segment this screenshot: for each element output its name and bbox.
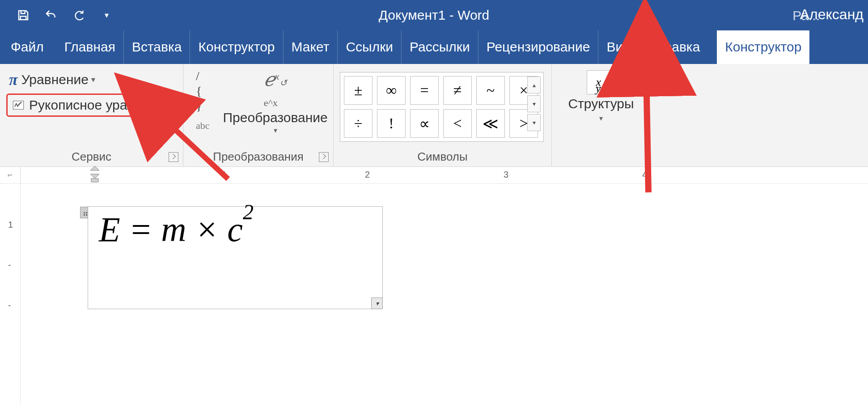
- qat-customize-icon[interactable]: ▾: [98, 7, 114, 23]
- svg-marker-2: [90, 174, 99, 179]
- symbol-propto[interactable]: ∝: [410, 109, 439, 138]
- ink-equation-button[interactable]: Рукописное уравнение: [6, 94, 183, 117]
- symbol-infinity[interactable]: ∞: [377, 76, 406, 105]
- group-structures: xy Структуры ▾: [552, 64, 650, 166]
- convert-icon: ℯx↺ e^x: [264, 68, 287, 110]
- vruler-mark: 1: [8, 220, 13, 230]
- text-format-button[interactable]: abc: [196, 120, 210, 132]
- equation-gallery-label: Уравнение: [21, 72, 89, 87]
- svg-marker-1: [90, 166, 99, 170]
- window-title: Документ1 - Word: [0, 8, 868, 23]
- tab-insert[interactable]: Вставка: [124, 30, 191, 64]
- equation-content-control[interactable]: E = m × c2 ▾: [88, 206, 383, 309]
- tab-review[interactable]: Рецензирование: [478, 30, 599, 64]
- structures-label: Структуры: [568, 96, 634, 111]
- ruler-mark: 3: [504, 170, 508, 180]
- symbol-tilde[interactable]: ~: [476, 76, 505, 105]
- symbol-much-less[interactable]: ≪: [476, 109, 505, 138]
- group-conversion: / { } abc ℯx↺ e^x Преобразование ▾ Преоб…: [183, 64, 334, 166]
- ink-equation-label: Рукописное уравнение: [29, 98, 172, 113]
- tab-references[interactable]: Ссылки: [338, 30, 402, 64]
- vertical-ruler[interactable]: 1 - -: [0, 184, 21, 404]
- group-symbols: ± ∞ = ≠ ~ × ÷ ! ∝ < ≪ > ▴ ▾ ▾ Символы: [334, 64, 552, 166]
- group-service-label: Сервис: [0, 150, 183, 164]
- equation-gallery-button[interactable]: π Уравнение ▾: [6, 68, 177, 91]
- group-conversion-label: Преобразования: [183, 150, 333, 164]
- tab-file[interactable]: Файл: [0, 30, 56, 64]
- redo-icon[interactable]: [71, 7, 87, 23]
- save-icon[interactable]: [15, 7, 31, 23]
- symbol-plus-minus[interactable]: ±: [344, 76, 373, 105]
- undo-icon[interactable]: [43, 7, 59, 23]
- account-username[interactable]: Александ: [800, 6, 864, 23]
- title-bar: ▾ Документ1 - Word Ра... Александ: [0, 0, 868, 30]
- chevron-down-icon: ▾: [274, 126, 277, 135]
- tab-layout[interactable]: Макет: [284, 30, 338, 64]
- symbol-divide[interactable]: ÷: [344, 109, 373, 138]
- ruler-corner[interactable]: ⌐: [0, 167, 21, 183]
- document-area: 1 - - E = m × c2 ▾: [0, 184, 868, 404]
- group-service: π Уравнение ▾ Рукописное уравнение Серви…: [0, 64, 183, 166]
- pi-icon: π: [9, 70, 18, 89]
- svg-rect-3: [91, 179, 98, 182]
- ruler-mark: 2: [365, 170, 370, 180]
- vruler-mark: -: [8, 300, 11, 310]
- group-conversion-launcher[interactable]: [319, 152, 329, 162]
- fraction-icon: xy: [587, 70, 615, 94]
- chevron-down-icon: ▾: [599, 114, 603, 123]
- horizontal-ruler-area: ⌐ 1 2 3 4: [0, 167, 868, 184]
- linear-format-button[interactable]: /: [196, 68, 199, 84]
- latex-format-button[interactable]: { }: [196, 84, 210, 114]
- symbol-not-equal[interactable]: ≠: [443, 76, 472, 105]
- symbol-equals[interactable]: =: [410, 76, 439, 105]
- equation-text[interactable]: E = m × c2: [99, 209, 254, 309]
- group-service-launcher[interactable]: [169, 152, 178, 162]
- group-symbols-label: Символы: [334, 150, 551, 164]
- symbol-gallery: ± ∞ = ≠ ~ × ÷ ! ∝ < ≪ >: [340, 72, 544, 142]
- symbol-gallery-more[interactable]: ▾: [527, 114, 541, 131]
- tab-help[interactable]: Справка: [639, 30, 708, 64]
- tab-mailings[interactable]: Рассылки: [402, 30, 478, 64]
- symbol-factorial[interactable]: !: [377, 109, 406, 138]
- vruler-mark: -: [8, 260, 11, 270]
- quick-access-toolbar: ▾: [0, 7, 114, 23]
- tab-view[interactable]: Вид: [598, 30, 639, 64]
- page[interactable]: E = m × c2 ▾: [21, 184, 383, 404]
- tab-home[interactable]: Главная: [56, 30, 124, 64]
- equation-options-button[interactable]: ▾: [371, 298, 383, 309]
- equation-move-handle[interactable]: [80, 207, 88, 218]
- ribbon-tabs: Файл Главная Вставка Конструктор Макет С…: [0, 30, 868, 64]
- indent-marker-icon[interactable]: [89, 166, 101, 183]
- convert-button-label: Преобразование: [223, 110, 328, 125]
- ribbon: π Уравнение ▾ Рукописное уравнение Серви…: [0, 64, 868, 167]
- tab-design[interactable]: Конструктор: [190, 30, 283, 64]
- symbol-scroll-down[interactable]: ▾: [527, 95, 541, 112]
- chevron-down-icon: ▾: [91, 75, 95, 85]
- ink-equation-icon: [12, 99, 25, 111]
- ruler-mark: 1: [222, 170, 227, 180]
- tab-equation-design[interactable]: Конструктор: [717, 30, 809, 64]
- horizontal-ruler[interactable]: 1 2 3 4: [21, 167, 868, 183]
- ruler-mark: 4: [642, 170, 647, 180]
- symbol-less-than[interactable]: <: [443, 109, 472, 138]
- structures-fraction-button[interactable]: xy Структуры ▾: [568, 70, 634, 123]
- symbol-scroll-up[interactable]: ▴: [527, 77, 541, 94]
- convert-button[interactable]: ℯx↺ e^x Преобразование ▾: [223, 68, 328, 135]
